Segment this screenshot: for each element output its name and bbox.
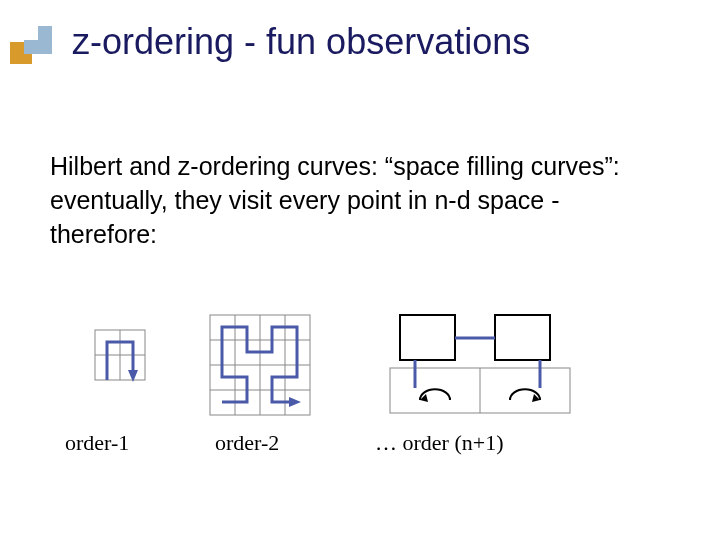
svg-rect-2 <box>24 26 38 40</box>
label-order-1: order-1 <box>65 430 129 456</box>
label-order-2: order-2 <box>215 430 279 456</box>
title-bullet-icon <box>10 20 54 64</box>
figure-order-1 <box>85 310 155 400</box>
svg-rect-16 <box>495 315 550 360</box>
labels-row: order-1 order-2 … order (n+1) <box>65 430 665 470</box>
svg-marker-14 <box>289 397 301 407</box>
figure-order-n-plus-1 <box>380 310 580 420</box>
figure-order-2 <box>200 310 320 420</box>
svg-rect-15 <box>400 315 455 360</box>
slide-title: z-ordering - fun observations <box>72 21 530 62</box>
slide: z-ordering - fun observations Hilbert an… <box>0 0 720 540</box>
figures-row <box>65 310 655 440</box>
body-text: Hilbert and z-ordering curves: “space fi… <box>50 150 660 251</box>
title-row: z-ordering - fun observations <box>0 0 720 74</box>
label-order-n: … order (n+1) <box>375 430 503 456</box>
